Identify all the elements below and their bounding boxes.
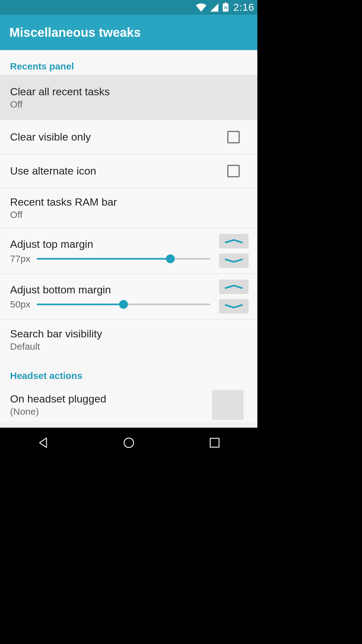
row-subtitle: Off [10, 99, 247, 110]
svg-rect-0 [225, 3, 227, 3]
row-recent-tasks-ram-bar[interactable]: Recent tasks RAM bar Off [0, 188, 257, 228]
checkbox[interactable] [227, 131, 240, 143]
row-title: On headset plugged [10, 393, 212, 405]
slider-value: 77px [10, 253, 30, 264]
row-title: Clear visible only [10, 131, 227, 143]
row-adjust-top-margin[interactable]: Adjust top margin 77px [0, 228, 257, 274]
row-title: Clear all recent tasks [10, 86, 247, 98]
page-title: Miscellaneous tweaks [9, 25, 141, 40]
settings-list: Recents panel Clear all recent tasks Off… [0, 50, 257, 422]
row-title: Recent tasks RAM bar [10, 196, 247, 208]
row-search-bar-visibility[interactable]: Search bar visibility Default [0, 319, 257, 360]
row-subtitle: (None) [10, 406, 212, 417]
svg-text:75: 75 [224, 6, 228, 10]
stepper-down-button[interactable] [219, 253, 249, 268]
action-thumbnail[interactable] [212, 390, 244, 420]
stepper-up-button[interactable] [219, 234, 249, 248]
slider-bottom-margin[interactable] [37, 301, 210, 308]
nav-home-button[interactable] [116, 433, 141, 452]
row-adjust-bottom-margin[interactable]: Adjust bottom margin 50px [0, 274, 257, 319]
row-subtitle: Off [10, 209, 247, 220]
status-time: 2:16 [233, 2, 254, 13]
status-bar: 75 2:16 [0, 0, 257, 15]
stepper-up-button[interactable] [219, 280, 249, 294]
section-header-recents: Recents panel [0, 50, 257, 75]
slider-top-margin[interactable] [37, 255, 210, 263]
cell-signal-icon [210, 3, 218, 12]
row-clear-all-recent-tasks[interactable]: Clear all recent tasks Off [0, 75, 257, 120]
row-use-alternate-icon[interactable]: Use alternate icon [0, 154, 257, 188]
checkbox[interactable] [227, 165, 240, 177]
row-on-headset-plugged[interactable]: On headset plugged (None) [0, 384, 257, 422]
navigation-bar [0, 428, 257, 458]
stepper-down-button[interactable] [219, 299, 249, 314]
row-title: Use alternate icon [10, 165, 227, 177]
nav-recents-button[interactable] [202, 433, 227, 452]
row-title: Search bar visibility [10, 328, 247, 340]
row-clear-visible-only[interactable]: Clear visible only [0, 120, 257, 154]
svg-point-3 [124, 438, 134, 447]
app-bar: Miscellaneous tweaks [0, 15, 257, 50]
svg-rect-4 [210, 438, 219, 447]
slider-value: 50px [10, 299, 30, 310]
wifi-icon [196, 3, 206, 12]
battery-icon: 75 [222, 3, 230, 12]
section-header-headset: Headset actions [0, 360, 257, 384]
row-title: Adjust top margin [10, 238, 220, 250]
row-subtitle: Default [10, 341, 247, 352]
row-title: Adjust bottom margin [10, 284, 220, 296]
nav-back-button[interactable] [30, 433, 56, 452]
